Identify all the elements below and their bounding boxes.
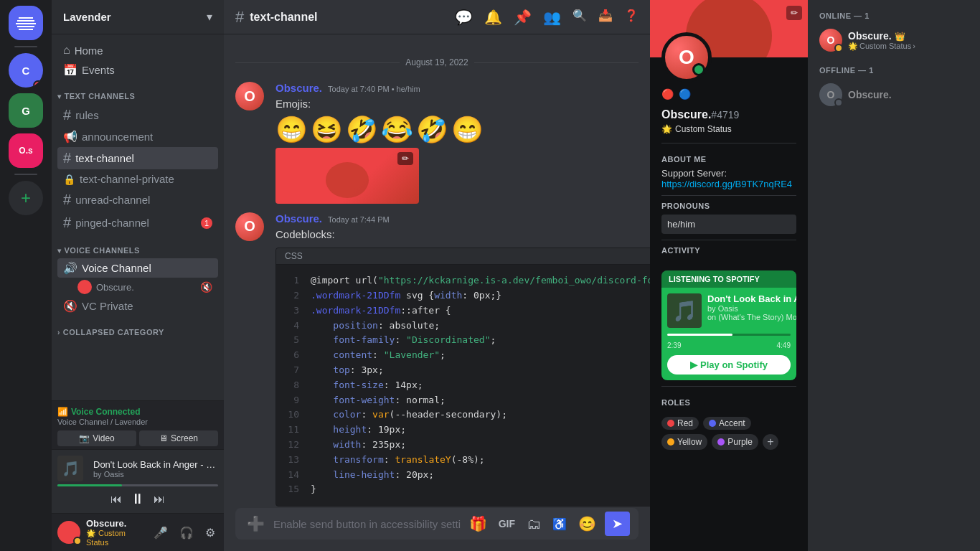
channel-item-announcement[interactable]: 📢 announcement [57, 127, 218, 146]
emoji-1: 😁 [275, 115, 308, 145]
rewind-button[interactable]: ⏮ [110, 493, 122, 506]
hash-icon-text: # [63, 150, 71, 166]
offline-username-1: Obscure. [848, 89, 969, 100]
attachment-button[interactable]: ➕ [244, 512, 268, 535]
threads-icon[interactable]: 💬 [455, 9, 473, 26]
headset-button[interactable]: 🎧 [176, 523, 197, 542]
about-me-title: ABOUT ME [661, 155, 796, 164]
play-pause-button[interactable]: ⏸ [131, 491, 145, 507]
message-author-1[interactable]: Obscure. [275, 82, 322, 94]
server-icon-c[interactable]: C 1 [9, 53, 43, 88]
message-input[interactable] [273, 511, 461, 537]
channel-item-rules[interactable]: # rules [57, 104, 218, 126]
role-dot-red [667, 420, 674, 427]
collapsed-category-label: COLLAPSED CATEGORY [63, 328, 164, 336]
channel-item-vc-private[interactable]: 🔇 VC Private [57, 296, 218, 316]
role-name-purple: Purple [727, 437, 753, 447]
role-name-accent: Accent [719, 418, 745, 428]
online-avatar-1: O [819, 29, 842, 52]
music-progress-bar [57, 484, 218, 486]
mic-button[interactable]: 🎤 [151, 523, 171, 542]
server-header[interactable]: Lavender ▾ [52, 0, 224, 34]
accessibility-button[interactable]: ♿ [550, 514, 570, 534]
screen-share-button[interactable]: 🖥 Screen [139, 430, 218, 446]
edit-attachment-icon[interactable]: ✏ [397, 152, 413, 165]
role-dot-accent [709, 420, 716, 427]
collapsed-category[interactable]: › COLLAPSED CATEGORY [52, 316, 224, 339]
status-arrow-1: › [913, 42, 915, 50]
online-section-header: ONLINE — 1 [814, 11, 974, 26]
settings-button[interactable]: ⚙ [202, 523, 218, 542]
channel-item-voice[interactable]: 🔊 Voice Channel [57, 258, 218, 278]
music-player: 🎵 Don't Look Back in Anger - Re... by Oa… [52, 449, 224, 513]
code-block: CSS 1@import url("https://kckarnige.is-a… [275, 248, 650, 507]
channel-item-unread[interactable]: # unread-channel [57, 189, 218, 211]
spotify-artist: by Oasis [707, 304, 796, 313]
fast-forward-button[interactable]: ⏭ [154, 493, 165, 506]
gift-button[interactable]: 🎁 [466, 512, 490, 535]
text-channels-category[interactable]: ▾ TEXT CHANNELS [52, 80, 224, 103]
image-attachment[interactable]: ✏ [275, 148, 419, 204]
voice-status: 📶 Voice Connected [57, 407, 218, 417]
offline-avatar-1: O [819, 83, 842, 106]
profile-panel: ✏ O 🔴 🔵 Obscure.#4719 🌟 Custom Status AB… [650, 0, 808, 551]
offline-user-obscure[interactable]: O Obscure. [814, 80, 974, 109]
message-author-2[interactable]: Obscure. [275, 212, 322, 225]
pinned-icon[interactable]: 📌 [514, 9, 532, 26]
channel-item-home[interactable]: ⌂ Home [57, 41, 218, 60]
offline-section-header: OFFLINE — 1 [814, 66, 974, 80]
role-name-yellow: Yellow [677, 437, 702, 447]
music-controls: ⏮ ⏸ ⏭ [57, 491, 218, 507]
profile-pronouns-section: PRONOUNS he/him [650, 196, 808, 240]
online-user-status-1: 🌟 Custom Status › [848, 42, 969, 51]
server-icon-g[interactable]: G [9, 93, 43, 128]
user-info: Obscure. 🌟 Custom Status [86, 518, 145, 547]
add-role-button[interactable]: + [763, 434, 778, 450]
server-icon-os[interactable]: O.s [9, 133, 43, 168]
gif-button[interactable]: GIF [496, 515, 518, 532]
channel-item-text-channel[interactable]: # text-channel [57, 147, 218, 169]
role-dot-purple [717, 438, 725, 446]
edit-banner-button[interactable]: ✏ [786, 6, 802, 20]
help-icon[interactable]: ❓ [624, 9, 639, 26]
online-user-obscure[interactable]: O Obscure. 👑 🌟 Custom Status › [814, 26, 974, 55]
server-icon-add[interactable]: + [9, 181, 43, 215]
member-list-icon[interactable]: 👥 [543, 9, 561, 26]
server-icon-home[interactable] [9, 6, 43, 40]
notification-icon[interactable]: 🔔 [484, 9, 502, 26]
message-group-1: O Obscure. Today at 7:40 PM • he/him Emo… [235, 79, 639, 207]
voice-status-text: Voice Connected [71, 407, 140, 417]
message-text-2: Codeblocks: [275, 227, 650, 242]
channel-item-private[interactable]: 🔒 text-channel-private [57, 170, 218, 188]
channel-item-pinged[interactable]: # pinged-channel 1 [57, 212, 218, 234]
user-panel: Obscure. 🌟 Custom Status 🎤 🎧 ⚙ [52, 513, 224, 551]
offline-user-info-1: Obscure. [848, 89, 969, 100]
channel-list: ⌂ Home 📅 Events ▾ TEXT CHANNELS # rules … [52, 34, 224, 400]
channel-name-voice: Voice Channel [82, 262, 151, 274]
inbox-icon[interactable]: 📥 [598, 9, 613, 26]
spotify-track-info: Don't Look Back in Anger - ... by Oasis … [707, 293, 796, 321]
sticker-button[interactable]: 🗂 [524, 513, 544, 535]
video-button[interactable]: 📷 Video [57, 430, 136, 446]
spotify-play-label: Play on Spotify [700, 359, 768, 370]
activity-title: ACTIVITY [661, 246, 796, 255]
emoji-button[interactable]: 😊 [575, 512, 599, 535]
spotify-play-icon: ▶ [690, 359, 697, 370]
profile-discriminator: #4719 [711, 109, 739, 121]
channel-sidebar: Lavender ▾ ⌂ Home 📅 Events ▾ TEXT CHANNE… [52, 0, 224, 551]
voice-channels-category[interactable]: ▾ VOICE CHANNELS [52, 235, 224, 258]
role-accent: Accent [703, 417, 751, 430]
support-server-link[interactable]: https://discord.gg/B9TK7nqRE4 [661, 179, 796, 189]
emoji-4: 😂 [381, 115, 413, 145]
channel-header-name: text-channel [250, 11, 317, 24]
message-avatar-1: O [235, 82, 264, 110]
spotify-card: LISTENING TO SPOTIFY 🎵 Don't Look Back i… [661, 270, 796, 380]
message-text-1: Emojis: [275, 97, 639, 112]
spotify-play-button[interactable]: ▶ Play on Spotify [667, 355, 791, 375]
online-sidebar: ONLINE — 1 O Obscure. 👑 🌟 Custom Status … [808, 0, 980, 551]
send-button[interactable]: ➤ [605, 512, 630, 536]
speaker-icon-voice: 🔊 [63, 261, 77, 275]
search-icon[interactable]: 🔍 [573, 9, 587, 26]
channel-item-events[interactable]: 📅 Events [57, 60, 218, 80]
user-status: 🌟 Custom Status [86, 529, 145, 547]
